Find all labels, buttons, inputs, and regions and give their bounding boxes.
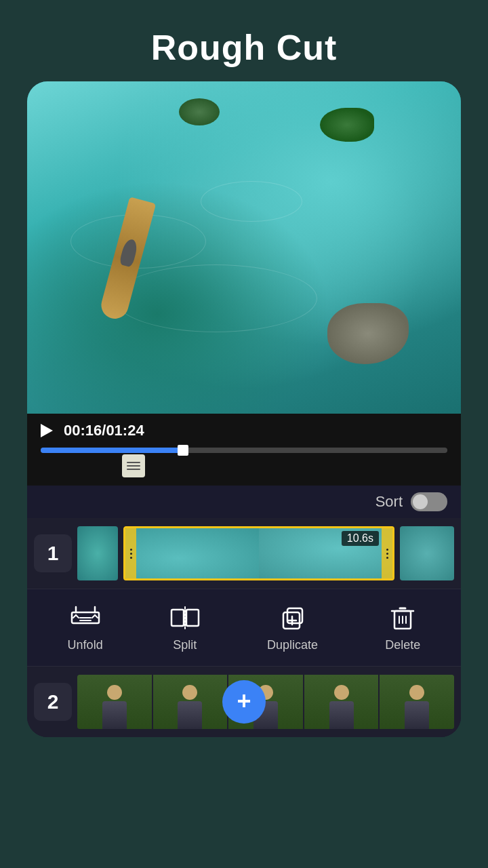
page-title: Rough Cut [0,0,488,81]
svg-rect-4 [186,610,199,626]
clip-1-strip[interactable]: 10.6s [123,526,394,580]
clip-extra-frame [400,526,454,580]
edit-toolbar: Unfold Split Du [27,589,461,667]
video-preview [27,81,461,414]
person-frame [304,675,379,729]
clip-section-1: 1 10.6s [27,518,461,589]
progress-fill [41,448,183,453]
person-frame [77,675,152,729]
video-frame [27,81,461,414]
clip-1-number: 1 [34,534,72,572]
unfold-label: Unfold [68,638,103,652]
timeline-marker[interactable] [122,454,145,477]
sort-toggle[interactable] [411,492,447,511]
unfold-icon [70,603,100,633]
svg-rect-3 [171,610,184,626]
clip-right-handle[interactable] [382,528,392,578]
clip-2-strip[interactable] [77,675,454,729]
clip-frame [125,528,259,578]
split-icon [170,603,200,633]
add-icon: + [237,689,251,713]
progress-track[interactable] [41,448,447,453]
delete-button[interactable]: Delete [385,603,420,652]
clip-section-2: 2 [27,667,461,737]
play-button[interactable] [41,424,53,437]
video-controls-bar: 00:16/01:24 [27,414,461,448]
split-label: Split [173,638,197,652]
clip-1-duration: 10.6s [342,531,379,546]
clip-left-handle[interactable] [125,528,136,578]
delete-icon [388,603,418,633]
progress-thumb[interactable] [178,445,188,456]
timeline-marker-row [27,453,461,486]
add-clip-button[interactable]: + [222,680,266,724]
rock-decoration [320,108,374,142]
duplicate-button[interactable]: Duplicate [267,603,318,652]
sort-label: Sort [375,493,403,511]
time-display: 00:16/01:24 [64,422,144,439]
unfold-button[interactable]: Unfold [68,603,103,652]
split-button[interactable]: Split [170,603,200,652]
progress-bar-container[interactable] [27,448,461,453]
duplicate-icon [278,603,308,633]
duplicate-label: Duplicate [267,638,318,652]
sort-row: Sort [27,486,461,518]
rock-decoration [327,303,409,364]
clip-2-number: 2 [34,683,72,721]
delete-label: Delete [385,638,420,652]
toggle-knob [413,494,428,509]
rock-decoration [179,98,220,125]
main-card: 00:16/01:24 Sort 1 [27,81,461,737]
person-frame [380,675,454,729]
person-frame [153,675,228,729]
